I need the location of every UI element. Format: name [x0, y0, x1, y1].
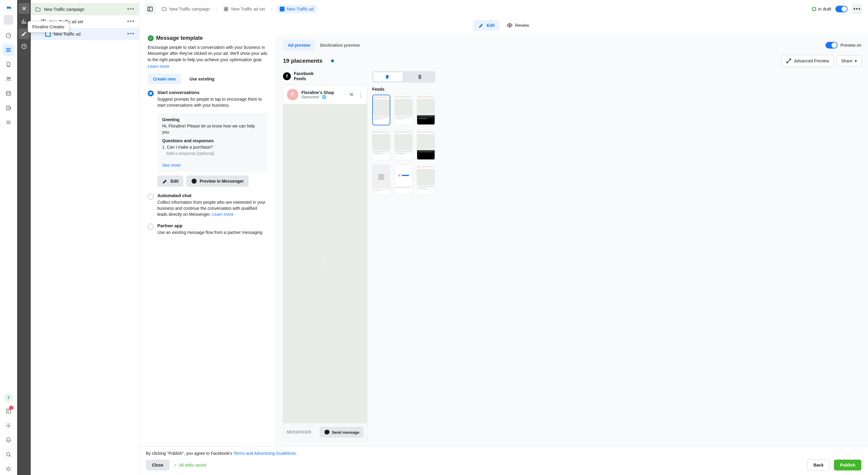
more-actions-button[interactable]: ••• [852, 4, 863, 14]
saved-indicator: ✓ All edits saved [174, 463, 206, 468]
campaign-tree: Floraline Creates New Traffic campaign •… [31, 0, 139, 475]
svg-point-32 [324, 263, 325, 263]
check-icon: ✓ [174, 463, 177, 468]
svg-point-10 [8, 425, 9, 426]
svg-point-29 [325, 262, 326, 263]
status-dot-icon [812, 7, 816, 11]
terms-link[interactable]: Terms and Advertising Guidelines [233, 451, 296, 456]
nav-billing-icon[interactable] [2, 87, 14, 99]
back-button[interactable]: Back [807, 459, 830, 471]
placement-thumb[interactable] [372, 130, 390, 160]
svg-rect-23 [226, 9, 228, 11]
nav-gauge-icon[interactable] [2, 30, 14, 41]
nav-settings-icon[interactable] [2, 419, 14, 432]
learn-more-link[interactable]: Learn more [148, 64, 169, 69]
tree-campaign-label: New Traffic campaign [44, 7, 84, 12]
svg-point-31 [326, 263, 326, 263]
send-message-button[interactable]: Send message [320, 427, 364, 438]
placement-thumb[interactable] [372, 164, 390, 195]
radio-selected[interactable] [148, 90, 154, 96]
option-partner-app[interactable]: Partner app Use an existing message flow… [148, 223, 268, 236]
share-button[interactable]: Share ▾ [837, 56, 861, 66]
tab-edit[interactable]: Edit [473, 20, 499, 31]
breadcrumb-adset[interactable]: New Traffic ad set [221, 5, 267, 13]
tree-row-more-icon[interactable]: ••• [127, 19, 135, 25]
feeds-heading: Feeds [372, 87, 861, 92]
option-start-conversations[interactable]: Start conversations Suggest prompts for … [148, 90, 268, 110]
radio-unselected[interactable] [148, 193, 154, 199]
nav-audience-icon[interactable] [2, 73, 14, 85]
placement-thumb[interactable] [417, 95, 435, 125]
advanced-preview-button[interactable]: Advanced Preview [781, 55, 834, 67]
placement-thumbnails [372, 95, 861, 195]
use-existing-tab[interactable]: Use existing [184, 73, 220, 85]
advertiser-avatar: F [287, 89, 299, 100]
tree-row-more-icon[interactable]: ••• [127, 6, 135, 12]
nav-search-icon[interactable] [2, 448, 14, 461]
svg-point-34 [327, 265, 328, 266]
tree-campaign-row[interactable]: New Traffic campaign ••• [31, 3, 139, 15]
ad-active-toggle[interactable] [835, 6, 847, 12]
check-icon: ✓ [148, 35, 154, 41]
placement-thumb[interactable] [372, 95, 390, 125]
preview-on-toggle[interactable] [826, 42, 838, 49]
breadcrumb-ad[interactable]: New Traffic ad [277, 5, 317, 13]
nav-bug-icon[interactable] [2, 463, 14, 475]
folder-icon [35, 6, 41, 12]
radio-unselected[interactable] [148, 224, 154, 230]
learn-more-link[interactable]: Learn more [212, 212, 234, 217]
edit-template-button[interactable]: Edit [157, 176, 183, 187]
preview-panel: Ad preview Destination preview Preview o… [276, 35, 868, 446]
tab-review[interactable]: Review [502, 20, 534, 31]
chevron-right-icon: › [216, 7, 217, 11]
nav-grid-icon[interactable] [2, 44, 14, 56]
clock-icon[interactable] [19, 41, 30, 52]
svg-point-25 [192, 179, 197, 184]
placement-thumb[interactable] [395, 130, 412, 160]
ad-preview-card: F Floraline's Shop Sponsored · 🌐 ✕ ⋮ [283, 85, 367, 442]
placement-thumb[interactable] [395, 95, 412, 125]
close-button[interactable]: Close [146, 460, 169, 471]
format-feed-button[interactable] [373, 72, 403, 82]
svg-point-33 [324, 265, 326, 265]
tab-ad-preview[interactable]: Ad preview [283, 40, 315, 51]
close-editor-button[interactable] [19, 3, 30, 14]
meta-logo[interactable] [4, 4, 13, 13]
help-button[interactable]: ? [4, 393, 13, 403]
close-icon[interactable]: ✕ [349, 91, 354, 98]
tree-row-more-icon[interactable]: ••• [127, 31, 135, 37]
preview-messenger-button[interactable]: Preview in Messenger [186, 176, 248, 187]
format-story-button[interactable] [405, 72, 434, 82]
tab-destination-preview[interactable]: Destination preview [315, 40, 365, 51]
nav-reports-icon[interactable] [2, 102, 14, 114]
sidebar-toggle-button[interactable] [145, 4, 156, 14]
svg-rect-22 [224, 9, 226, 11]
svg-point-6 [9, 77, 10, 79]
breadcrumb-campaign[interactable]: New Traffic campaign [160, 5, 212, 13]
option-automated-chat[interactable]: Automated chat Collect information from … [148, 193, 268, 219]
nav-notifications-icon[interactable] [2, 434, 14, 446]
draft-status: In draft [812, 7, 831, 11]
placement-thumb[interactable] [417, 164, 435, 195]
account-avatar[interactable] [4, 15, 13, 25]
edit-review-tabs: Edit Review [139, 18, 868, 35]
see-more-link[interactable]: See more [162, 163, 181, 167]
publish-button[interactable]: Publish [834, 460, 861, 471]
svg-rect-2 [6, 50, 11, 50]
footer-bar: By clicking "Publish", you agree to Face… [139, 446, 868, 475]
svg-rect-19 [148, 7, 153, 11]
nav-menu-icon[interactable] [2, 116, 14, 128]
main-panel: New Traffic campaign › New Traffic ad se… [139, 0, 868, 475]
create-new-tab[interactable]: Create new [148, 73, 181, 85]
svg-rect-36 [389, 76, 390, 76]
section-title: Message template [156, 35, 203, 41]
svg-point-30 [325, 263, 326, 263]
svg-point-24 [509, 25, 510, 26]
nav-news-icon[interactable] [2, 405, 14, 417]
template-preview-card: Greeting Hi, Floraline! Please let us kn… [157, 113, 268, 171]
more-icon[interactable]: ⋮ [358, 91, 364, 98]
placement-thumb[interactable] [395, 164, 412, 195]
placement-thumb[interactable] [417, 130, 435, 160]
svg-rect-3 [6, 51, 11, 52]
nav-copy-icon[interactable] [2, 59, 14, 70]
